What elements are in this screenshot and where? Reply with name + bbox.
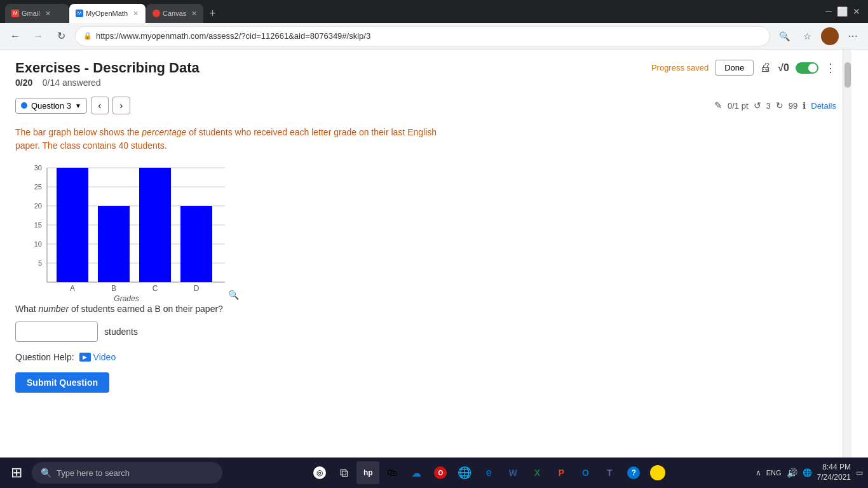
more-options-btn[interactable]: ⋯	[844, 27, 862, 45]
svg-text:C: C	[153, 284, 158, 293]
browser-tab-canvas[interactable]: Canvas ✕	[146, 4, 203, 23]
svg-text:15: 15	[34, 221, 42, 229]
minimize-btn[interactable]: ─	[825, 6, 832, 17]
redo-count: 3	[766, 101, 771, 111]
question-label: Question 3	[31, 101, 71, 111]
answer-input-area: students	[15, 322, 836, 342]
address-bar[interactable]: 🔒 https://www.myopenmath.com/assess2/?ci…	[75, 26, 770, 46]
back-btn[interactable]: ←	[6, 27, 24, 45]
reload-btn[interactable]: ↻	[52, 27, 70, 45]
browser-tab-gmail[interactable]: M Gmail ✕	[5, 4, 69, 23]
svg-text:25: 25	[34, 183, 42, 191]
video-icon: ▶	[79, 353, 91, 362]
close-btn[interactable]: ✕	[853, 6, 860, 17]
question-dot	[21, 102, 27, 109]
lock-icon: 🔒	[83, 32, 92, 40]
bar-c	[139, 168, 171, 282]
chart-container: 30 25 20 15 10 5	[15, 161, 244, 295]
dropdown-arrow-icon: ▼	[75, 102, 81, 109]
points-display: 0/1 pt	[728, 101, 749, 111]
svg-text:20: 20	[34, 202, 42, 210]
unit-label: students	[104, 327, 138, 337]
svg-text:10: 10	[34, 240, 42, 248]
score-line: 0/20 0/14 answered	[15, 78, 836, 88]
undo-icon[interactable]: ↺	[754, 100, 761, 111]
video-link[interactable]: ▶ Video	[79, 352, 116, 362]
new-tab-btn[interactable]: +	[204, 4, 221, 23]
score-label: 0/20	[15, 78, 32, 88]
question-text: What number of students earned a B on th…	[15, 304, 836, 314]
svg-text:🔍: 🔍	[228, 290, 240, 301]
prev-question-btn[interactable]: ‹	[91, 97, 109, 114]
retry-icon[interactable]: ↻	[776, 100, 783, 111]
print-icon[interactable]: 🖨	[760, 61, 771, 74]
sqrt-icon: √0	[778, 62, 789, 74]
page-scrollbar[interactable]	[843, 50, 851, 458]
details-label[interactable]: Details	[811, 101, 836, 111]
more-options-page-icon[interactable]: ⋮	[825, 61, 836, 75]
svg-text:D: D	[194, 284, 200, 293]
search-icon[interactable]: 🔍	[775, 27, 793, 45]
profile-avatar[interactable]	[821, 27, 839, 45]
bar-chart-svg: 30 25 20 15 10 5	[15, 161, 244, 295]
bar-b	[98, 206, 130, 282]
done-button[interactable]: Done	[715, 60, 754, 76]
question-help-area: Question Help: ▶ Video	[15, 352, 836, 362]
edit-icon: ✎	[714, 100, 722, 111]
bookmark-star-icon[interactable]: ☆	[798, 27, 816, 45]
answered-label: 0/14 answered	[43, 78, 101, 88]
svg-text:A: A	[70, 284, 75, 293]
progress-saved-label: Progress saved	[651, 63, 709, 72]
url-text: https://www.myopenmath.com/assess2/?cid=…	[96, 31, 762, 41]
svg-text:30: 30	[34, 164, 42, 172]
info-icon: ℹ	[803, 100, 806, 111]
next-question-btn[interactable]: ›	[112, 97, 130, 114]
page-title: Exercises - Describing Data	[15, 60, 200, 76]
svg-text:Grades: Grades	[114, 294, 139, 303]
svg-text:5: 5	[38, 259, 42, 267]
svg-text:B: B	[111, 284, 116, 293]
question-selector[interactable]: Question 3 ▼	[15, 98, 87, 114]
bar-d	[180, 206, 212, 282]
retry-count: 99	[789, 101, 797, 111]
forward-btn[interactable]: →	[29, 27, 47, 45]
problem-description: The bar graph below shows the percentage…	[15, 126, 460, 152]
toggle-green[interactable]	[796, 62, 818, 74]
maximize-btn[interactable]: ⬜	[837, 6, 848, 17]
answer-input[interactable]	[15, 322, 98, 342]
video-label: Video	[93, 352, 116, 362]
help-label: Question Help:	[15, 352, 74, 362]
submit-question-button[interactable]: Submit Question	[15, 372, 109, 393]
browser-tab-myopenmath[interactable]: M MyOpenMath ✕	[69, 4, 146, 23]
bar-a	[57, 168, 88, 282]
